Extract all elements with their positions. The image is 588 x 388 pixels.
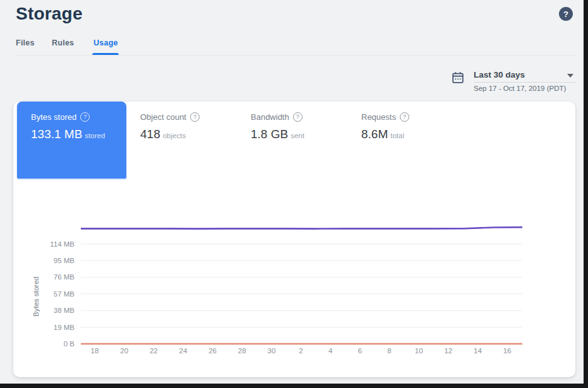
x-tick-label: 14 bbox=[474, 347, 482, 355]
bytes-stored-chart: 114 MB95 MB76 MB57 MB38 MB19 MB0 B182022… bbox=[25, 207, 551, 368]
metric-value-unit: sent bbox=[291, 132, 304, 139]
metric-label: Bytes stored ? bbox=[31, 112, 126, 122]
usage-chart: 114 MB95 MB76 MB57 MB38 MB19 MB0 B182022… bbox=[25, 207, 551, 368]
y-axis-title: Bytes stored bbox=[32, 276, 40, 317]
x-tick-label: 18 bbox=[91, 347, 99, 355]
metric-value: 133.1 MBstored bbox=[31, 127, 126, 141]
help-icon[interactable]: ? bbox=[80, 112, 90, 122]
window-edge-right bbox=[584, 0, 588, 388]
chevron-down-icon[interactable] bbox=[567, 74, 573, 78]
metric-value-unit: stored bbox=[85, 132, 105, 139]
date-range-detail: Sep 17 - Oct 17, 2019 (PDT) bbox=[474, 85, 566, 92]
metric-value-number: 1.8 GB bbox=[251, 127, 288, 141]
x-tick-label: 12 bbox=[444, 347, 452, 355]
metric-card-object-count[interactable]: Object count ? 418objects bbox=[126, 102, 237, 179]
y-tick-label: 95 MB bbox=[54, 257, 75, 264]
metric-value-number: 418 bbox=[140, 127, 160, 141]
x-tick-label: 20 bbox=[120, 347, 128, 355]
tab-rules[interactable]: Rules bbox=[52, 38, 74, 47]
x-tick-label: 26 bbox=[208, 347, 217, 355]
metric-card-bandwidth[interactable]: Bandwidth ? 1.8 GBsent bbox=[237, 102, 347, 179]
page-title: Storage bbox=[16, 4, 83, 24]
metric-value: 1.8 GBsent bbox=[251, 127, 347, 141]
date-range-value: Last 30 days bbox=[474, 70, 525, 79]
x-tick-label: 30 bbox=[268, 347, 276, 355]
x-tick-label: 28 bbox=[238, 347, 246, 355]
x-tick-label: 22 bbox=[150, 347, 158, 355]
metric-label-text: Bytes stored bbox=[31, 112, 76, 122]
metric-label: Requests ? bbox=[361, 112, 458, 122]
tab-files[interactable]: Files bbox=[16, 38, 35, 47]
tab-usage[interactable]: Usage bbox=[93, 38, 118, 47]
metric-value-unit: total bbox=[390, 132, 404, 139]
storage-usage-page: Storage ? Files Rules Usage Last 30 days… bbox=[0, 0, 588, 388]
metric-value-unit: objects bbox=[163, 132, 186, 139]
y-tick-label: 57 MB bbox=[54, 290, 75, 298]
help-icon[interactable]: ? bbox=[190, 112, 200, 122]
metric-label-text: Object count bbox=[140, 112, 186, 122]
y-tick-label: 38 MB bbox=[54, 307, 75, 314]
metric-value: 8.6Mtotal bbox=[361, 127, 458, 141]
help-icon: ? bbox=[563, 9, 568, 19]
metric-label: Object count ? bbox=[140, 112, 237, 122]
y-tick-label: 0 B bbox=[64, 340, 75, 348]
help-button[interactable]: ? bbox=[559, 7, 573, 21]
x-tick-label: 10 bbox=[415, 347, 423, 355]
metric-value-number: 133.1 MB bbox=[31, 127, 82, 141]
metric-card-bytes-stored[interactable]: Bytes stored ? 133.1 MBstored bbox=[17, 102, 126, 179]
y-tick-label: 19 MB bbox=[54, 324, 75, 331]
x-tick-label: 6 bbox=[358, 347, 362, 355]
series-line-bytes-stored bbox=[81, 227, 522, 229]
tabs-divider bbox=[15, 55, 576, 56]
metric-value: 418objects bbox=[140, 127, 237, 141]
date-range-underline bbox=[474, 82, 576, 83]
window-edge-bottom bbox=[0, 384, 588, 388]
x-tick-label: 16 bbox=[503, 347, 512, 355]
metric-value-number: 8.6M bbox=[361, 127, 388, 141]
metric-label-text: Bandwidth bbox=[251, 112, 289, 122]
y-tick-label: 114 MB bbox=[50, 240, 75, 248]
help-icon[interactable]: ? bbox=[400, 112, 409, 122]
metric-card-requests[interactable]: Requests ? 8.6Mtotal bbox=[347, 102, 458, 179]
x-tick-label: 24 bbox=[179, 347, 188, 355]
metric-label: Bandwidth ? bbox=[251, 112, 347, 122]
metric-label-text: Requests bbox=[361, 112, 396, 122]
y-tick-label: 76 MB bbox=[54, 273, 75, 281]
x-tick-label: 8 bbox=[387, 347, 391, 355]
calendar-icon bbox=[451, 71, 465, 85]
x-tick-label: 4 bbox=[328, 347, 333, 355]
help-icon[interactable]: ? bbox=[293, 112, 303, 122]
date-range-picker[interactable]: Last 30 days Sep 17 - Oct 17, 2019 (PDT) bbox=[450, 68, 576, 96]
x-tick-label: 2 bbox=[299, 347, 303, 355]
